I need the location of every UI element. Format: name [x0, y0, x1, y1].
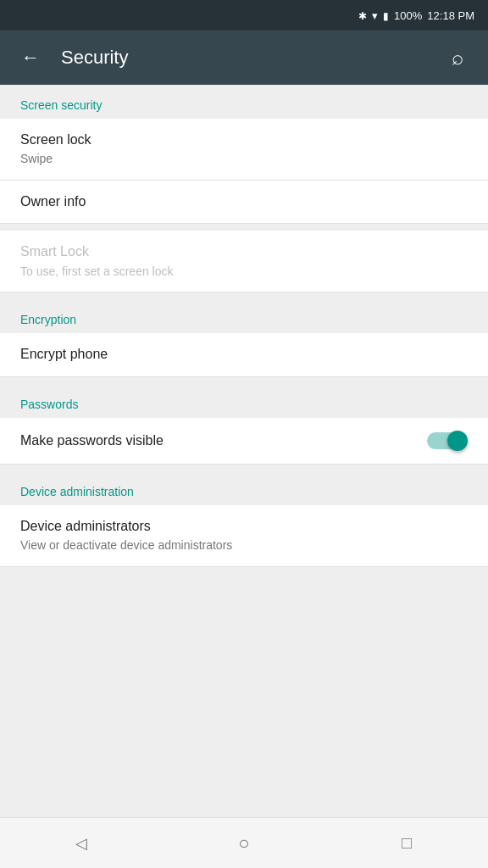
make-passwords-visible-title: Make passwords visible [20, 433, 164, 448]
bluetooth-icon [358, 9, 367, 22]
nav-recents-button[interactable] [381, 826, 432, 860]
owner-info-item[interactable]: Owner info [0, 181, 488, 224]
nav-back-icon [75, 833, 87, 853]
smart-lock-subtitle: To use, first set a screen lock [20, 264, 468, 281]
group-separator-2 [0, 292, 488, 299]
screen-lock-item[interactable]: Screen lock Swipe [0, 119, 488, 181]
toggle-thumb [447, 431, 468, 451]
battery-icon [383, 9, 389, 22]
encrypt-phone-item[interactable]: Encrypt phone [0, 333, 488, 376]
page-title: Security [61, 47, 427, 69]
group-separator-4 [0, 465, 488, 471]
group-separator-3 [0, 377, 488, 384]
back-arrow-icon [21, 47, 40, 69]
screen-lock-title: Screen lock [20, 131, 468, 149]
group-separator-5 [0, 567, 488, 574]
wifi-icon: ▾ [372, 9, 378, 22]
time: 12:18 PM [427, 9, 474, 22]
section-header-screen-security: Screen security [0, 85, 488, 119]
smart-lock-title: Smart Lock [20, 242, 468, 261]
status-bar: ▾ 100% 12:18 PM [0, 0, 488, 31]
screen-lock-subtitle: Swipe [20, 151, 468, 168]
group-separator-1 [0, 224, 488, 231]
device-administrators-item[interactable]: Device administrators View or deactivate… [0, 505, 488, 567]
passwords-visible-toggle[interactable] [427, 430, 468, 452]
nav-back-button[interactable] [56, 826, 107, 860]
search-button[interactable] [441, 41, 474, 75]
section-header-encryption: Encryption [0, 299, 488, 333]
status-icons: ▾ 100% 12:18 PM [358, 9, 474, 22]
device-administrators-subtitle: View or deactivate device administrators [20, 537, 468, 554]
encrypt-phone-title: Encrypt phone [20, 345, 468, 364]
device-administrators-title: Device administrators [20, 517, 468, 536]
bottom-nav [0, 817, 488, 868]
nav-home-button[interactable] [219, 826, 269, 860]
nav-home-icon [238, 832, 249, 854]
battery-level: 100% [394, 9, 422, 22]
section-header-passwords: Passwords [0, 384, 488, 418]
make-passwords-visible-item[interactable]: Make passwords visible [0, 418, 488, 465]
nav-recents-icon [402, 833, 412, 853]
app-bar: Security [0, 31, 488, 85]
settings-content: Screen security Screen lock Swipe Owner … [0, 85, 488, 817]
search-icon [452, 46, 463, 70]
smart-lock-item: Smart Lock To use, first set a screen lo… [0, 231, 488, 292]
section-header-device-admin: Device administration [0, 471, 488, 505]
back-button[interactable] [14, 41, 47, 75]
owner-info-title: Owner info [20, 192, 468, 211]
